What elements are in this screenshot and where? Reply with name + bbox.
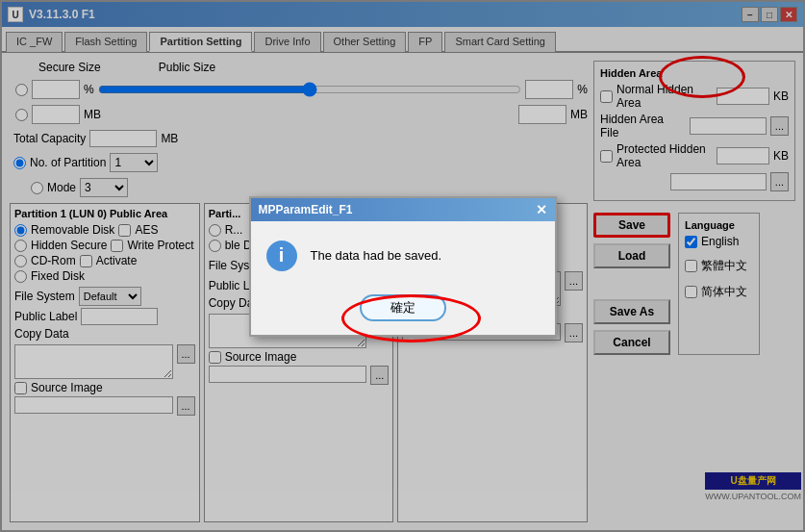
dialog-ok-button[interactable]: 確定 [360,294,446,321]
dialog-overlay: MPParamEdit_F1 ✕ i The data had be saved… [0,0,805,532]
dialog-message: The data had be saved. [311,248,442,263]
dialog-box: MPParamEdit_F1 ✕ i The data had be saved… [249,196,557,337]
dialog-footer: 確定 [251,287,555,335]
dialog-close-button[interactable]: ✕ [536,202,547,217]
dialog-title-bar: MPParamEdit_F1 ✕ [251,198,555,221]
dialog-body: i The data had be saved. [251,221,555,287]
dialog-icon: i [266,241,297,271]
dialog-title-text: MPParamEdit_F1 [259,203,353,216]
